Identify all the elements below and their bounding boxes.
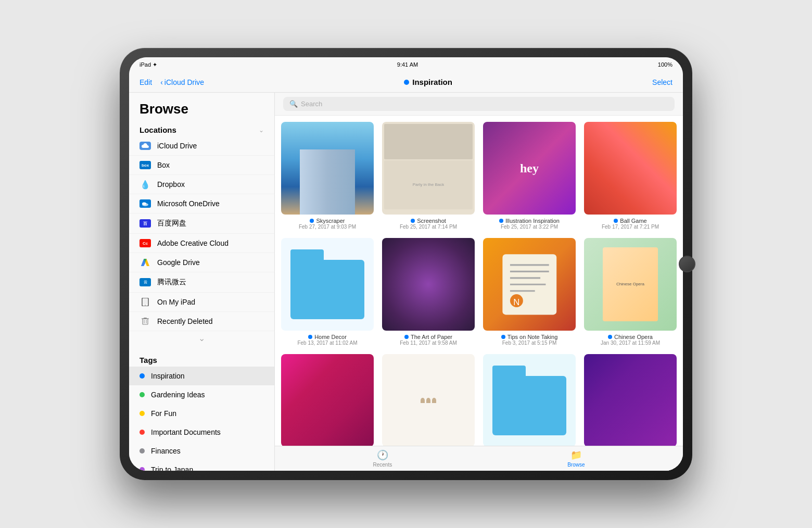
screenshot-dot <box>411 219 415 223</box>
illustration-date: Feb 25, 2017 at 3:22 PM <box>501 224 558 230</box>
tag-item-important[interactable]: Important Documents <box>129 423 274 442</box>
status-ipad: iPad ✦ <box>139 61 157 68</box>
sidebar-item-icloud[interactable]: iCloud Drive <box>129 136 274 156</box>
adobe-icon: Cc <box>139 239 151 247</box>
sidebar-item-ipad[interactable]: On My iPad <box>129 293 274 312</box>
art-paper-date: Feb 11, 2017 at 9:58 AM <box>400 340 457 346</box>
locations-expand-chevron[interactable]: ⌄ <box>129 331 274 345</box>
file-item-park-sketch[interactable]: Park Sketch Jan 21, 2017 at 5:35 PM <box>382 354 475 446</box>
recents-icon: 🕐 <box>377 449 388 461</box>
title-dot-icon <box>404 80 409 85</box>
browse-title: Browse <box>129 93 274 121</box>
tag-gardening-label: Gardening Ideas <box>151 391 205 399</box>
tips-notes-date: Feb 3, 2017 at 5:15 PM <box>502 340 557 346</box>
file-item-ballgame[interactable]: Ball Game Feb 17, 2017 at 7:21 PM <box>584 122 677 230</box>
modern-jewelry-thumb <box>584 354 677 446</box>
baidu-icon: 百 <box>139 219 151 228</box>
ballgame-name: Ball Game <box>614 218 646 224</box>
home-decor-thumb <box>281 238 374 331</box>
skyscraper-name: Skyscraper <box>310 218 345 224</box>
status-battery: 100% <box>658 61 673 68</box>
sidebar-item-deleted[interactable]: Recently Deleted <box>129 312 274 331</box>
locations-header: Locations ⌄ <box>129 121 274 136</box>
svg-text:N: N <box>513 297 519 307</box>
search-icon: 🔍 <box>289 100 298 108</box>
sidebar-item-adobe[interactable]: Cc Adobe Creative Cloud <box>129 234 274 253</box>
file-item-home-decor[interactable]: Home Decor Feb 13, 2017 at 11:02 AM <box>281 238 374 346</box>
sidebar-baidu-label: 百度网盘 <box>157 219 186 228</box>
svg-point-1 <box>142 203 146 205</box>
locations-title: Locations <box>139 125 176 134</box>
sidebar-box-label: Box <box>157 161 170 169</box>
art-paper-dot <box>404 335 409 339</box>
file-item-illustration[interactable]: hey Illustration Inspiration Feb 25, 201… <box>483 122 576 230</box>
file-item-illustrations[interactable]: Illustrations Jan 17, 2017 at 1:35 PM <box>483 354 576 446</box>
tab-browse[interactable]: 📁 Browse <box>567 449 585 468</box>
japan-dot-icon <box>139 467 145 471</box>
tag-item-inspiration[interactable]: Inspiration <box>129 367 274 385</box>
ipad-device-icon <box>139 298 151 306</box>
illustration-name: Illustration Inspiration <box>499 218 560 224</box>
gardening-dot-icon <box>139 392 145 397</box>
file-item-pink-leaf[interactable]: Pink Leaf Jan 28, 2017 at 3:09 PM <box>281 354 374 446</box>
file-item-chinese-opera[interactable]: Chinese Opera Chinese Opera Jan 30, 2017… <box>584 238 677 346</box>
trash-icon <box>139 317 151 325</box>
home-button[interactable] <box>679 256 695 272</box>
select-button[interactable]: Select <box>652 78 673 86</box>
sidebar-gdrive-label: Google Drive <box>157 258 200 267</box>
nav-bar: Edit ‹ iCloud Drive Inspiration Select <box>129 72 683 93</box>
file-item-art-paper[interactable]: The Art of Paper Feb 11, 2017 at 9:58 AM <box>382 238 475 346</box>
screenshot-date: Feb 25, 2017 at 7:14 PM <box>400 224 457 230</box>
locations-list: iCloud Drive box Box 💧 Dropbox M <box>129 136 274 331</box>
tag-finances-label: Finances <box>151 447 181 455</box>
sidebar-item-onedrive[interactable]: Microsoft OneDrive <box>129 194 274 213</box>
tag-item-gardening[interactable]: Gardening Ideas <box>129 385 274 404</box>
tablet-device: iPad ✦ 9:41 AM 100% Edit ‹ iCloud Drive … <box>120 48 692 480</box>
svg-point-8 <box>145 305 146 306</box>
home-decor-name: Home Decor <box>308 334 347 340</box>
file-item-tips-notes[interactable]: N Tips on Note Taking Feb 3, 2017 at 5:1… <box>483 238 576 346</box>
sidebar-dropbox-label: Dropbox <box>157 180 185 188</box>
icloud-icon <box>139 142 151 150</box>
sidebar-item-baidu[interactable]: 百 百度网盘 <box>129 213 274 234</box>
art-paper-thumb <box>382 238 475 331</box>
gdrive-icon <box>139 258 151 267</box>
svg-rect-11 <box>144 318 147 319</box>
screenshot-thumb: Party in the Back <box>382 122 475 215</box>
file-item-modern-jewelry[interactable]: Modern Jewelry Jan 14, 2017 at 9:57 AM <box>584 354 677 446</box>
back-button[interactable]: ‹ iCloud Drive <box>160 78 204 86</box>
sidebar-item-dropbox[interactable]: 💧 Dropbox <box>129 175 274 194</box>
illustration-dot <box>499 219 503 223</box>
chinese-opera-thumb: Chinese Opera <box>584 238 677 331</box>
tag-item-finances[interactable]: Finances <box>129 442 274 460</box>
edit-button[interactable]: Edit <box>139 78 152 86</box>
illustration-thumb: hey <box>483 122 576 215</box>
tencent-icon: 云 <box>139 278 151 286</box>
status-time: 9:41 AM <box>397 61 418 68</box>
search-bar: 🔍 Search <box>275 93 683 116</box>
tag-japan-label: Trip to Japan <box>151 466 193 471</box>
inspiration-dot-icon <box>139 373 145 379</box>
pink-leaf-thumb <box>281 354 374 446</box>
tags-header: Tags <box>129 351 274 367</box>
tab-bar: 🕐 Recents 📁 Browse <box>275 446 683 471</box>
tab-recents[interactable]: 🕐 Recents <box>373 449 392 468</box>
file-item-screenshot[interactable]: Party in the Back Screenshot Feb 25, 201… <box>382 122 475 230</box>
tag-item-japan[interactable]: Trip to Japan <box>129 460 274 471</box>
sidebar-item-tencent[interactable]: 云 腾讯微云 <box>129 272 274 293</box>
search-input-container[interactable]: 🔍 Search <box>283 97 675 111</box>
sidebar-icloud-label: iCloud Drive <box>157 142 197 150</box>
chevron-left-icon: ‹ <box>160 78 163 86</box>
nav-title: Inspiration <box>404 78 452 86</box>
sidebar-ipad-label: On My iPad <box>157 298 195 306</box>
chinese-opera-dot <box>608 335 612 339</box>
back-label: iCloud Drive <box>164 78 204 86</box>
sidebar-item-box[interactable]: box Box <box>129 156 274 175</box>
illustrations-folder-icon <box>483 354 576 446</box>
svg-rect-7 <box>143 299 147 305</box>
sidebar-item-gdrive[interactable]: Google Drive <box>129 253 274 272</box>
sidebar-tencent-label: 腾讯微云 <box>157 278 186 287</box>
art-paper-name: The Art of Paper <box>404 334 452 340</box>
file-item-skyscraper[interactable]: Skyscraper Feb 27, 2017 at 9:03 PM <box>281 122 374 230</box>
tag-item-fun[interactable]: For Fun <box>129 404 274 423</box>
